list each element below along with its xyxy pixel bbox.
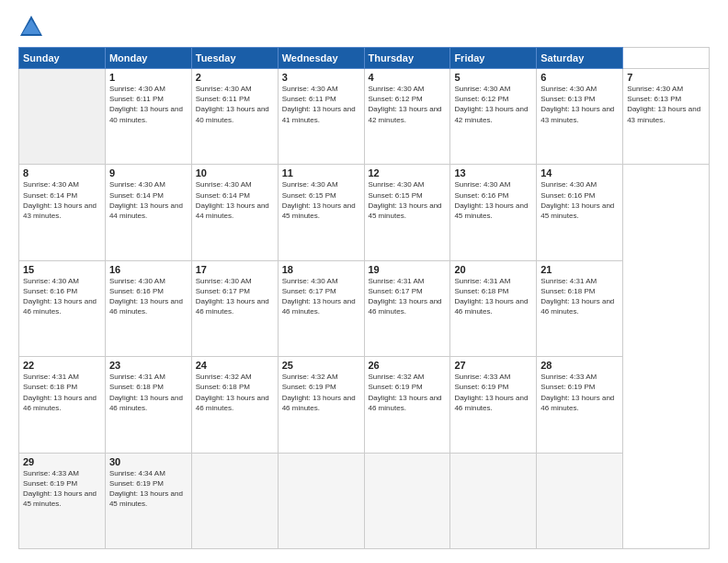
calendar-day-cell: 8Sunrise: 4:30 AMSunset: 6:14 PMDaylight…: [19, 165, 106, 260]
calendar-day-cell: 11Sunrise: 4:30 AMSunset: 6:15 PMDayligh…: [278, 165, 364, 260]
calendar-week-row: 15Sunrise: 4:30 AMSunset: 6:16 PMDayligh…: [19, 260, 710, 356]
day-info: Sunrise: 4:33 AMSunset: 6:19 PMDaylight:…: [540, 372, 619, 413]
day-number: 18: [282, 264, 360, 275]
header: [18, 14, 710, 40]
day-info: Sunrise: 4:33 AMSunset: 6:19 PMDaylight:…: [23, 468, 101, 510]
day-number: 13: [454, 167, 532, 178]
page: SundayMondayTuesdayWednesdayThursdayFrid…: [0, 0, 728, 563]
day-info: Sunrise: 4:30 AMSunset: 6:17 PMDaylight:…: [282, 276, 360, 317]
calendar-day-cell: 3Sunrise: 4:30 AMSunset: 6:11 PMDaylight…: [278, 69, 364, 165]
day-info: Sunrise: 4:30 AMSunset: 6:15 PMDaylight:…: [282, 179, 360, 221]
day-number: 9: [109, 167, 188, 178]
day-info: Sunrise: 4:31 AMSunset: 6:18 PMDaylight:…: [109, 372, 188, 413]
day-info: Sunrise: 4:30 AMSunset: 6:16 PMDaylight:…: [454, 179, 532, 221]
logo-icon: [18, 14, 44, 40]
calendar-week-row: 1Sunrise: 4:30 AMSunset: 6:11 PMDaylight…: [19, 69, 710, 165]
calendar-day-cell: [450, 453, 537, 548]
day-number: 29: [23, 456, 101, 467]
day-info: Sunrise: 4:30 AMSunset: 6:16 PMDaylight:…: [23, 276, 101, 317]
day-info: Sunrise: 4:30 AMSunset: 6:16 PMDaylight:…: [540, 179, 619, 221]
calendar-table: SundayMondayTuesdayWednesdayThursdayFrid…: [18, 47, 710, 549]
day-number: 27: [454, 360, 532, 371]
calendar-day-cell: 13Sunrise: 4:30 AMSunset: 6:16 PMDayligh…: [450, 165, 537, 260]
calendar-day-cell: 1Sunrise: 4:30 AMSunset: 6:11 PMDaylight…: [105, 69, 191, 165]
calendar-day-cell: 26Sunrise: 4:32 AMSunset: 6:19 PMDayligh…: [364, 357, 450, 453]
col-header-monday: Monday: [105, 48, 191, 69]
calendar-day-cell: 19Sunrise: 4:31 AMSunset: 6:17 PMDayligh…: [364, 260, 450, 356]
day-number: 24: [196, 360, 274, 371]
day-number: 22: [23, 360, 101, 371]
calendar-day-cell: 21Sunrise: 4:31 AMSunset: 6:18 PMDayligh…: [537, 260, 623, 356]
day-info: Sunrise: 4:32 AMSunset: 6:19 PMDaylight:…: [369, 372, 447, 413]
col-header-friday: Friday: [450, 48, 537, 69]
day-info: Sunrise: 4:30 AMSunset: 6:16 PMDaylight:…: [109, 276, 188, 317]
calendar-header-row: SundayMondayTuesdayWednesdayThursdayFrid…: [19, 48, 710, 69]
day-info: Sunrise: 4:31 AMSunset: 6:18 PMDaylight:…: [23, 372, 101, 413]
day-info: Sunrise: 4:30 AMSunset: 6:11 PMDaylight:…: [109, 84, 188, 125]
day-number: 19: [369, 264, 447, 275]
calendar-day-cell: [537, 453, 623, 548]
calendar-day-cell: 25Sunrise: 4:32 AMSunset: 6:19 PMDayligh…: [278, 357, 364, 453]
day-number: 12: [369, 167, 447, 178]
calendar-day-cell: 15Sunrise: 4:30 AMSunset: 6:16 PMDayligh…: [19, 260, 106, 356]
day-info: Sunrise: 4:33 AMSunset: 6:19 PMDaylight:…: [454, 372, 532, 413]
calendar-week-row: 22Sunrise: 4:31 AMSunset: 6:18 PMDayligh…: [19, 357, 710, 453]
calendar-week-row: 29Sunrise: 4:33 AMSunset: 6:19 PMDayligh…: [19, 453, 710, 548]
day-number: 23: [109, 360, 188, 371]
day-number: 4: [369, 72, 447, 83]
day-info: Sunrise: 4:31 AMSunset: 6:17 PMDaylight:…: [369, 276, 447, 317]
day-info: Sunrise: 4:31 AMSunset: 6:18 PMDaylight:…: [540, 276, 619, 317]
day-number: 17: [196, 264, 274, 275]
day-number: 2: [196, 72, 274, 83]
calendar-day-cell: 6Sunrise: 4:30 AMSunset: 6:13 PMDaylight…: [537, 69, 623, 165]
day-number: 25: [282, 360, 360, 371]
calendar-day-cell: 9Sunrise: 4:30 AMSunset: 6:14 PMDaylight…: [105, 165, 191, 260]
day-number: 28: [540, 360, 619, 371]
calendar-day-cell: 22Sunrise: 4:31 AMSunset: 6:18 PMDayligh…: [19, 357, 106, 453]
day-number: 3: [282, 72, 360, 83]
calendar-day-cell: 30Sunrise: 4:34 AMSunset: 6:19 PMDayligh…: [105, 453, 191, 548]
col-header-tuesday: Tuesday: [191, 48, 278, 69]
col-header-wednesday: Wednesday: [278, 48, 364, 69]
calendar-day-cell: 18Sunrise: 4:30 AMSunset: 6:17 PMDayligh…: [278, 260, 364, 356]
calendar-day-cell: 14Sunrise: 4:30 AMSunset: 6:16 PMDayligh…: [537, 165, 623, 260]
day-info: Sunrise: 4:30 AMSunset: 6:11 PMDaylight:…: [196, 84, 274, 125]
day-number: 15: [23, 264, 101, 275]
day-info: Sunrise: 4:30 AMSunset: 6:15 PMDaylight:…: [369, 179, 447, 221]
day-number: 1: [109, 72, 188, 83]
day-info: Sunrise: 4:30 AMSunset: 6:12 PMDaylight:…: [454, 84, 532, 125]
calendar-day-cell: 5Sunrise: 4:30 AMSunset: 6:12 PMDaylight…: [450, 69, 537, 165]
calendar-day-cell: 24Sunrise: 4:32 AMSunset: 6:18 PMDayligh…: [191, 357, 278, 453]
calendar-day-cell: 27Sunrise: 4:33 AMSunset: 6:19 PMDayligh…: [450, 357, 537, 453]
logo: [18, 14, 50, 40]
calendar-day-cell: 23Sunrise: 4:31 AMSunset: 6:18 PMDayligh…: [105, 357, 191, 453]
calendar-day-cell: 2Sunrise: 4:30 AMSunset: 6:11 PMDaylight…: [191, 69, 278, 165]
col-header-saturday: Saturday: [537, 48, 623, 69]
day-info: Sunrise: 4:30 AMSunset: 6:11 PMDaylight:…: [282, 84, 360, 125]
day-number: 8: [23, 167, 101, 178]
day-number: 26: [369, 360, 447, 371]
svg-marker-1: [22, 19, 40, 34]
calendar-day-cell: 7Sunrise: 4:30 AMSunset: 6:13 PMDaylight…: [623, 69, 710, 165]
day-number: 30: [109, 456, 188, 467]
day-number: 10: [196, 167, 274, 178]
calendar-day-cell: 10Sunrise: 4:30 AMSunset: 6:14 PMDayligh…: [191, 165, 278, 260]
day-info: Sunrise: 4:30 AMSunset: 6:14 PMDaylight:…: [196, 179, 274, 221]
day-number: 6: [540, 72, 619, 83]
day-info: Sunrise: 4:34 AMSunset: 6:19 PMDaylight:…: [109, 468, 188, 510]
calendar-day-cell: 29Sunrise: 4:33 AMSunset: 6:19 PMDayligh…: [19, 453, 106, 548]
day-info: Sunrise: 4:30 AMSunset: 6:13 PMDaylight:…: [540, 84, 619, 125]
col-header-thursday: Thursday: [364, 48, 450, 69]
day-info: Sunrise: 4:30 AMSunset: 6:12 PMDaylight:…: [369, 84, 447, 125]
day-number: 16: [109, 264, 188, 275]
calendar-day-cell: [364, 453, 450, 548]
day-info: Sunrise: 4:32 AMSunset: 6:18 PMDaylight:…: [196, 372, 274, 413]
calendar-day-cell: 20Sunrise: 4:31 AMSunset: 6:18 PMDayligh…: [450, 260, 537, 356]
day-info: Sunrise: 4:30 AMSunset: 6:14 PMDaylight:…: [23, 179, 101, 221]
day-number: 5: [454, 72, 532, 83]
calendar-week-row: 8Sunrise: 4:30 AMSunset: 6:14 PMDaylight…: [19, 165, 710, 260]
calendar-day-cell: 28Sunrise: 4:33 AMSunset: 6:19 PMDayligh…: [537, 357, 623, 453]
day-number: 7: [627, 72, 705, 83]
calendar-day-cell: [191, 453, 278, 548]
calendar-day-cell: 12Sunrise: 4:30 AMSunset: 6:15 PMDayligh…: [364, 165, 450, 260]
